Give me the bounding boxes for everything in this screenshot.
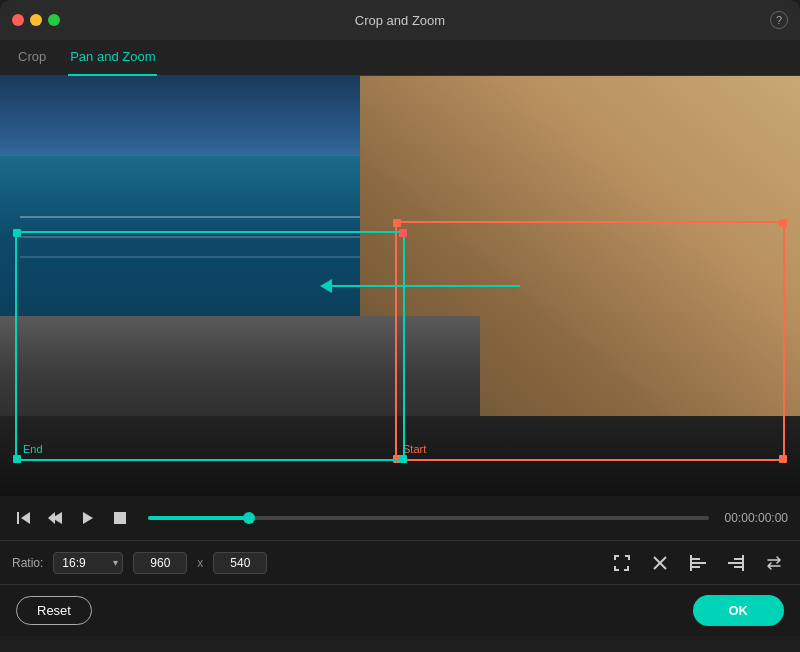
align-left-icon (688, 553, 708, 573)
start-frame[interactable]: Start (395, 221, 785, 461)
crop-x-icon (650, 553, 670, 573)
end-corner-bl (13, 455, 21, 463)
ok-button[interactable]: OK (693, 595, 785, 626)
stop-icon (112, 510, 128, 526)
svg-marker-4 (83, 512, 93, 524)
settings-bar: Ratio: 16:9 4:3 1:1 9:16 x (0, 540, 800, 584)
play-icon (80, 510, 96, 526)
progress-fill (148, 516, 249, 520)
svg-rect-11 (690, 555, 692, 571)
start-label: Start (403, 443, 426, 455)
controls-bar: 00:00:00:00 (0, 496, 800, 540)
skip-back-icon (16, 510, 32, 526)
fit-button[interactable] (608, 549, 636, 577)
tab-pan-zoom[interactable]: Pan and Zoom (68, 40, 157, 76)
svg-rect-5 (114, 512, 126, 524)
ratio-label: Ratio: (12, 556, 43, 570)
close-button[interactable] (12, 14, 24, 26)
minimize-button[interactable] (30, 14, 42, 26)
skip-back-button[interactable] (12, 506, 36, 530)
svg-marker-3 (48, 512, 55, 524)
dimension-separator: x (197, 556, 203, 570)
arrow-head-icon (320, 279, 332, 293)
crop-x-button[interactable] (646, 549, 674, 577)
width-input[interactable] (133, 552, 187, 574)
svg-rect-0 (17, 512, 19, 524)
progress-thumb[interactable] (243, 512, 255, 524)
end-label: End (23, 443, 43, 455)
window-title: Crop and Zoom (355, 13, 445, 28)
video-preview[interactable]: Start End (0, 76, 800, 496)
help-button[interactable]: ? (770, 11, 788, 29)
ratio-select[interactable]: 16:9 4:3 1:1 9:16 (53, 552, 123, 574)
align-right-icon (726, 553, 746, 573)
play-button[interactable] (76, 506, 100, 530)
svg-rect-9 (690, 562, 706, 564)
swap-button[interactable] (760, 549, 788, 577)
titlebar: Crop and Zoom ? (0, 0, 800, 40)
tabs-bar: Crop Pan and Zoom (0, 40, 800, 76)
start-corner-tr (779, 219, 787, 227)
traffic-lights (12, 14, 60, 26)
reset-button[interactable]: Reset (16, 596, 92, 625)
align-left-button[interactable] (684, 549, 712, 577)
tab-crop[interactable]: Crop (16, 40, 48, 76)
stop-button[interactable] (108, 506, 132, 530)
swap-icon (764, 553, 784, 573)
pan-arrow (320, 279, 520, 293)
ratio-select-wrapper: 16:9 4:3 1:1 9:16 (53, 552, 123, 574)
timecode: 00:00:00:00 (725, 511, 788, 525)
play-backward-button[interactable] (44, 506, 68, 530)
arrow-line (332, 285, 520, 287)
svg-marker-1 (21, 512, 30, 524)
maximize-button[interactable] (48, 14, 60, 26)
fit-icon (612, 553, 632, 573)
play-backward-icon (48, 510, 64, 526)
height-input[interactable] (213, 552, 267, 574)
end-corner-tr (399, 229, 407, 237)
progress-track[interactable] (148, 516, 709, 520)
align-right-button[interactable] (722, 549, 750, 577)
bottom-bar: Reset OK (0, 584, 800, 636)
svg-rect-15 (742, 555, 744, 571)
end-frame[interactable]: End (15, 231, 405, 461)
svg-rect-13 (728, 562, 744, 564)
